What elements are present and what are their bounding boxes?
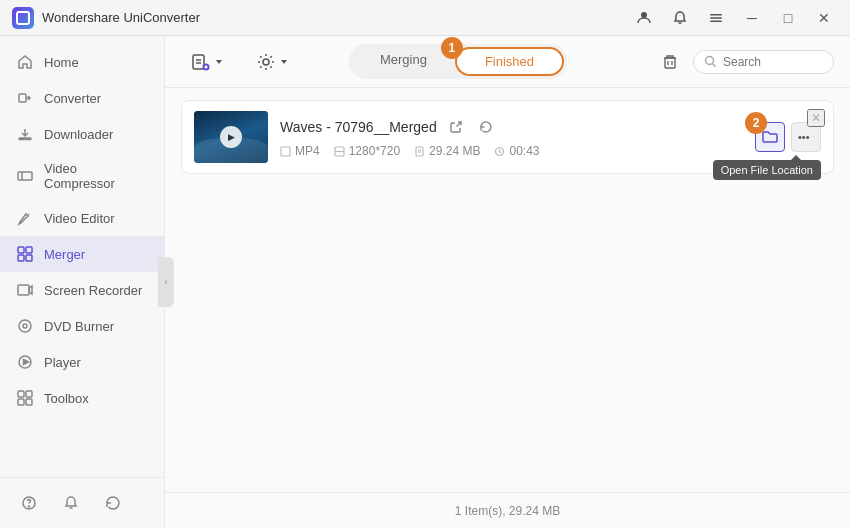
file-format: MP4 bbox=[295, 144, 320, 158]
refresh-file-icon-btn[interactable] bbox=[475, 116, 497, 138]
open-external-icon-btn[interactable] bbox=[445, 116, 467, 138]
file-size: 29.24 MB bbox=[429, 144, 480, 158]
close-button[interactable]: ✕ bbox=[810, 4, 838, 32]
sidebar-item-video-editor[interactable]: Video Editor bbox=[0, 200, 164, 236]
sidebar-item-downloader[interactable]: Downloader bbox=[0, 116, 164, 152]
converter-icon bbox=[16, 89, 34, 107]
dvd-icon bbox=[16, 317, 34, 335]
sidebar-footer bbox=[0, 477, 164, 528]
sidebar-item-toolbox[interactable]: Toolbox bbox=[0, 380, 164, 416]
meta-size: 29.24 MB bbox=[414, 144, 480, 158]
delete-button[interactable] bbox=[655, 47, 685, 77]
minimize-button[interactable]: ─ bbox=[738, 4, 766, 32]
file-thumbnail: ▶ bbox=[194, 111, 268, 163]
sidebar-item-home[interactable]: Home bbox=[0, 44, 164, 80]
sidebar-item-dvd-burner[interactable]: DVD Burner bbox=[0, 308, 164, 344]
svg-point-14 bbox=[23, 324, 27, 328]
search-box bbox=[693, 50, 834, 74]
sidebar-label-video-compressor: Video Compressor bbox=[44, 161, 148, 191]
svg-rect-4 bbox=[19, 94, 26, 102]
folder-icon bbox=[762, 129, 778, 145]
svg-rect-8 bbox=[18, 247, 24, 253]
content-toolbar: Merging 1 Finished bbox=[165, 36, 850, 88]
close-file-button[interactable]: ✕ bbox=[807, 109, 825, 127]
sidebar-label-dvd-burner: DVD Burner bbox=[44, 319, 114, 334]
sidebar-item-video-compressor[interactable]: Video Compressor bbox=[0, 152, 164, 200]
folder-badge: 2 bbox=[745, 112, 767, 134]
sidebar-label-player: Player bbox=[44, 355, 81, 370]
compress-icon bbox=[16, 167, 34, 185]
svg-rect-2 bbox=[710, 17, 722, 19]
title-bar: Wondershare UniConverter ─ □ ✕ bbox=[0, 0, 850, 36]
resolution-icon bbox=[334, 146, 345, 157]
svg-rect-12 bbox=[18, 285, 29, 295]
sidebar-item-converter[interactable]: Converter bbox=[0, 80, 164, 116]
format-icon bbox=[280, 146, 291, 157]
svg-rect-36 bbox=[281, 147, 290, 156]
content-area: Merging 1 Finished bbox=[165, 36, 850, 528]
tab-badge: 1 bbox=[441, 37, 463, 59]
svg-rect-9 bbox=[26, 247, 32, 253]
svg-marker-16 bbox=[24, 360, 29, 365]
toolbox-icon bbox=[16, 389, 34, 407]
menu-icon-btn[interactable] bbox=[702, 4, 730, 32]
svg-point-29 bbox=[263, 59, 269, 65]
file-name: Waves - 70796__Merged bbox=[280, 119, 437, 135]
status-bar: 1 Item(s), 29.24 MB bbox=[165, 492, 850, 528]
sidebar-label-screen-recorder: Screen Recorder bbox=[44, 283, 142, 298]
home-icon bbox=[16, 53, 34, 71]
sidebar-label-video-editor: Video Editor bbox=[44, 211, 115, 226]
help-icon-btn[interactable] bbox=[14, 488, 44, 518]
settings-button[interactable] bbox=[246, 46, 299, 78]
maximize-button[interactable]: □ bbox=[774, 4, 802, 32]
sidebar-item-merger[interactable]: Merger bbox=[0, 236, 164, 272]
file-info: Waves - 70796__Merged bbox=[280, 116, 743, 158]
user-icon-btn[interactable] bbox=[630, 4, 658, 32]
svg-point-22 bbox=[29, 506, 30, 507]
dropdown-arrow-icon bbox=[813, 133, 814, 141]
sidebar-item-player[interactable]: Player bbox=[0, 344, 164, 380]
search-input[interactable] bbox=[723, 55, 823, 69]
tab-finished[interactable]: Finished bbox=[455, 47, 564, 76]
svg-rect-23 bbox=[193, 55, 204, 69]
svg-rect-20 bbox=[26, 399, 32, 405]
app-icon bbox=[12, 7, 34, 29]
main-layout: Home Converter Downloader Video Compress… bbox=[0, 36, 850, 528]
add-file-button[interactable] bbox=[181, 46, 234, 78]
toolbar-right bbox=[655, 47, 834, 77]
tab-merging[interactable]: Merging bbox=[352, 47, 455, 72]
refresh-icon-btn[interactable] bbox=[98, 488, 128, 518]
meta-resolution: 1280*720 bbox=[334, 144, 400, 158]
downloader-icon bbox=[16, 125, 34, 143]
edit-icon bbox=[16, 209, 34, 227]
svg-rect-10 bbox=[18, 255, 24, 261]
svg-rect-6 bbox=[18, 172, 32, 180]
sidebar-nav: Home Converter Downloader Video Compress… bbox=[0, 36, 164, 477]
file-meta: MP4 1280*720 bbox=[280, 144, 743, 158]
svg-point-0 bbox=[641, 12, 647, 18]
status-text: 1 Item(s), 29.24 MB bbox=[455, 504, 560, 518]
tooltip-open-file-location: Open File Location bbox=[713, 160, 821, 180]
record-icon bbox=[16, 281, 34, 299]
sidebar-collapse-handle[interactable]: ‹ bbox=[158, 257, 174, 307]
title-bar-controls: ─ □ ✕ bbox=[630, 4, 838, 32]
svg-rect-17 bbox=[18, 391, 24, 397]
tab-group: Merging 1 Finished bbox=[349, 44, 567, 79]
sidebar-label-home: Home bbox=[44, 55, 79, 70]
sidebar-label-converter: Converter bbox=[44, 91, 101, 106]
svg-rect-30 bbox=[665, 58, 675, 68]
player-icon bbox=[16, 353, 34, 371]
file-resolution: 1280*720 bbox=[349, 144, 400, 158]
file-list: ▶ Waves - 70796__Merged bbox=[165, 88, 850, 492]
app-icon-inner bbox=[16, 11, 30, 25]
svg-rect-19 bbox=[18, 399, 24, 405]
bell-icon-btn[interactable] bbox=[666, 4, 694, 32]
svg-rect-3 bbox=[710, 20, 722, 22]
size-icon bbox=[414, 146, 425, 157]
sidebar-item-screen-recorder[interactable]: Screen Recorder bbox=[0, 272, 164, 308]
svg-rect-18 bbox=[26, 391, 32, 397]
notification-icon-btn[interactable] bbox=[56, 488, 86, 518]
svg-point-33 bbox=[705, 57, 713, 65]
search-icon bbox=[704, 55, 717, 68]
play-button[interactable]: ▶ bbox=[220, 126, 242, 148]
